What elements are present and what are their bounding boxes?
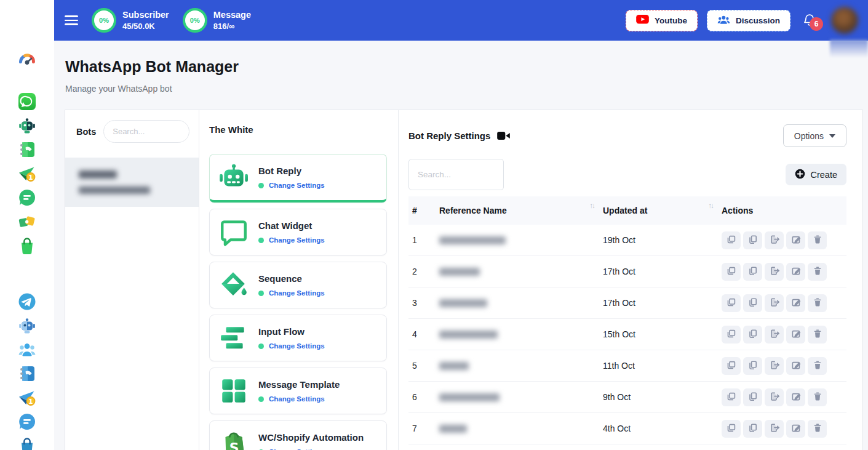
duplicate-icon [727, 266, 736, 278]
copy-button[interactable] [743, 231, 762, 249]
whatsapp-broadcast-icon[interactable]: 1 [18, 164, 36, 183]
delete-button[interactable] [808, 326, 827, 344]
change-settings-link[interactable]: Change Settings [258, 182, 325, 189]
edit-button[interactable] [786, 420, 805, 438]
module-card-message-template[interactable]: Message TemplateChange Settings [209, 368, 387, 414]
export-button[interactable] [765, 294, 784, 312]
delete-button[interactable] [808, 357, 827, 375]
reference-name-redacted [439, 236, 506, 244]
module-card-chat-widget[interactable]: Chat WidgetChange Settings [209, 209, 387, 255]
telegram-chat-icon[interactable] [18, 412, 36, 431]
youtube-icon [636, 15, 649, 26]
sort-updated-at-icon[interactable]: ↑↓ [709, 202, 714, 209]
delete-icon [813, 392, 822, 403]
telegram-icon[interactable] [18, 292, 36, 311]
change-settings-link[interactable]: Change Settings [258, 236, 325, 244]
export-button[interactable] [765, 420, 784, 438]
create-button[interactable]: Create [786, 164, 846, 185]
row-actions [722, 263, 846, 281]
reference-name-redacted [439, 299, 487, 307]
user-avatar[interactable] [831, 7, 858, 34]
reference-name-redacted [439, 393, 500, 401]
dashboard-icon[interactable] [18, 51, 36, 70]
telegram-contacts-icon[interactable] [18, 364, 36, 383]
reference-name-redacted [439, 268, 480, 276]
table-search-input[interactable] [408, 159, 504, 190]
change-settings-label: Change Settings [269, 289, 325, 297]
copy-button[interactable] [743, 326, 762, 344]
duplicate-button[interactable] [722, 388, 741, 406]
row-actions [722, 388, 846, 406]
delete-button[interactable] [808, 388, 827, 406]
export-icon [770, 235, 779, 246]
copy-button[interactable] [743, 388, 762, 406]
module-card-bot-reply[interactable]: Bot ReplyChange Settings [209, 154, 387, 203]
whatsapp-bot-icon[interactable] [18, 116, 36, 135]
delete-button[interactable] [808, 294, 827, 312]
copy-button[interactable] [743, 357, 762, 375]
edit-button[interactable] [786, 294, 805, 312]
edit-icon [791, 297, 801, 309]
telegram-group-icon[interactable] [18, 340, 36, 359]
message-label: Message [213, 10, 251, 20]
delete-icon [813, 360, 822, 372]
module-card-input-flow[interactable]: Input FlowChange Settings [209, 315, 387, 361]
copy-button[interactable] [743, 263, 762, 281]
menu-toggle-button[interactable] [65, 15, 78, 25]
discussion-button[interactable]: Discussion [707, 10, 790, 31]
video-tutorial-icon[interactable] [497, 131, 510, 140]
bot-list-item-selected[interactable] [65, 158, 199, 207]
row-actions [722, 231, 846, 249]
edit-button[interactable] [786, 326, 805, 344]
duplicate-button[interactable] [722, 263, 741, 281]
edit-button[interactable] [786, 388, 805, 406]
edit-icon [791, 266, 801, 278]
duplicate-button[interactable] [722, 231, 741, 249]
telegram-store-icon[interactable] [18, 436, 36, 450]
change-settings-label: Change Settings [269, 236, 325, 244]
youtube-button[interactable]: Youtube [626, 10, 698, 31]
whatsapp-chat-icon[interactable] [18, 188, 36, 207]
whatsapp-contacts-icon[interactable] [18, 140, 36, 159]
duplicate-button[interactable] [722, 420, 741, 438]
edit-button[interactable] [786, 231, 805, 249]
copy-button[interactable] [743, 420, 762, 438]
change-settings-link[interactable]: Change Settings [258, 289, 325, 297]
delete-button[interactable] [808, 263, 827, 281]
export-button[interactable] [765, 388, 784, 406]
export-button[interactable] [765, 357, 784, 375]
updated-at-value: 15th Oct [603, 329, 722, 339]
change-settings-link[interactable]: Change Settings [258, 395, 340, 403]
duplicate-button[interactable] [722, 326, 741, 344]
whatsapp-icon[interactable] [18, 92, 36, 111]
module-card-sequence[interactable]: SequenceChange Settings [209, 262, 387, 308]
edit-button[interactable] [786, 263, 805, 281]
duplicate-button[interactable] [722, 357, 741, 375]
bots-search-input[interactable] [103, 120, 189, 143]
module-card-shopify[interactable]: SWC/Shopify AutomationChange Settings [209, 420, 387, 450]
table-row: 317th Oct [408, 287, 846, 319]
export-button[interactable] [765, 231, 784, 249]
copy-icon [748, 392, 758, 403]
subscriber-stat: 0% Subscriber 45/50.0K [92, 8, 169, 33]
sort-reference-name-icon[interactable]: ↑↓ [590, 202, 595, 209]
duplicate-button[interactable] [722, 294, 741, 312]
change-settings-link[interactable]: Change Settings [258, 342, 325, 350]
telegram-broadcast-icon[interactable]: 1 [18, 388, 36, 407]
row-actions [722, 357, 846, 375]
delete-button[interactable] [808, 231, 827, 249]
notification-bell-icon[interactable]: 6 [802, 12, 818, 28]
copy-button[interactable] [743, 294, 762, 312]
status-dot [258, 344, 264, 349]
whatsapp-store-icon[interactable] [18, 236, 36, 255]
options-dropdown-button[interactable]: Options [783, 124, 846, 147]
bots-panel-title: Bots [76, 127, 96, 137]
telegram-bot-icon[interactable] [18, 316, 36, 335]
export-icon [770, 392, 779, 403]
delete-button[interactable] [808, 420, 827, 438]
whatsapp-integrations-icon[interactable] [18, 212, 36, 231]
export-button[interactable] [765, 263, 784, 281]
chevron-down-icon [829, 134, 835, 138]
edit-button[interactable] [786, 357, 805, 375]
export-button[interactable] [765, 326, 784, 344]
